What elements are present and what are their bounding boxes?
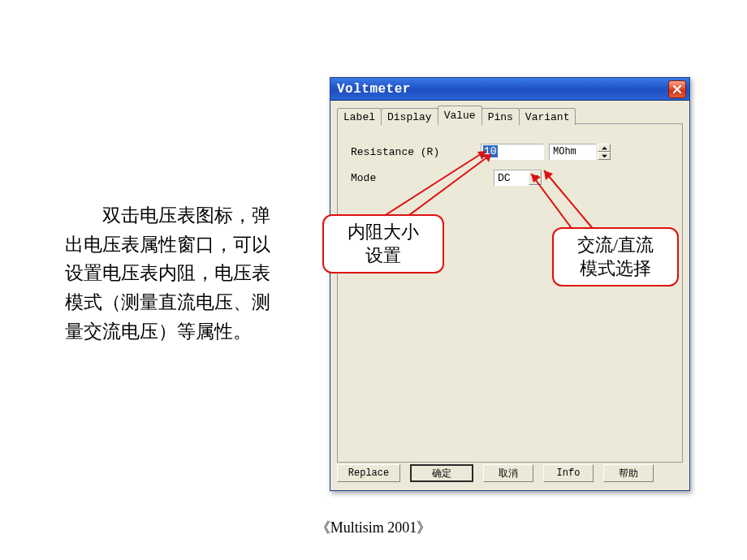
replace-button[interactable]: Replace [337,464,400,482]
mode-label: Mode [351,172,481,184]
tab-strip: Label Display Value Pins Variant [337,106,683,124]
resistance-input[interactable]: 10 [481,144,544,160]
tab-label[interactable]: Label [337,108,382,125]
tab-display[interactable]: Display [381,108,438,125]
dialog-title: Voltmeter [337,82,411,97]
unit-spinner[interactable] [598,144,611,160]
description-paragraph: 双击电压表图标，弹出电压表属性窗口，可以设置电压表内阻，电压表模式（测量直流电压… [65,201,284,346]
help-button[interactable]: 帮助 [603,464,654,482]
ok-button[interactable]: 确定 [410,464,473,482]
description-text: 双击电压表图标，弹出电压表属性窗口，可以设置电压表内阻，电压表模式（测量直流电压… [65,205,270,342]
tab-variant[interactable]: Variant [519,108,576,125]
spin-down[interactable] [598,152,611,160]
info-button[interactable]: Info [543,464,594,482]
tab-pins[interactable]: Pins [481,108,520,125]
callout-mode-line2: 模式选择 [562,257,669,281]
titlebar: Voltmeter [330,78,689,101]
row-mode: Mode DC [351,170,542,186]
spin-up[interactable] [598,144,611,152]
callout-resistance: 内阻大小 设置 [322,214,444,274]
callout-mode-line1: 交流/直流 [562,234,669,257]
resistance-label: Resistance (R) [351,146,481,158]
tab-page-value: Resistance (R) 10 MOhm Mode [337,123,683,463]
chevron-down-icon [602,154,607,158]
tab-value[interactable]: Value [438,106,482,124]
row-resistance: Resistance (R) 10 MOhm [351,144,611,160]
chevron-up-icon [602,146,607,150]
callout-mode: 交流/直流 模式选择 [552,227,679,286]
callout-resistance-line1: 内阻大小 [332,221,434,244]
close-button[interactable] [668,80,686,98]
footer-text: 《Multisim 2001》 [0,518,747,537]
resistance-unit-text: MOhm [553,146,576,157]
dialog-button-row: Replace 确定 取消 Info 帮助 [337,464,683,482]
mode-dropdown-button[interactable] [529,170,542,185]
mode-value: DC [498,172,511,184]
close-icon [672,84,682,94]
resistance-value: 10 [483,145,498,157]
mode-combobox[interactable]: DC [494,170,542,186]
chevron-down-icon [532,175,538,180]
resistance-unit[interactable]: MOhm [549,144,596,160]
callout-resistance-line2: 设置 [332,244,434,268]
cancel-button[interactable]: 取消 [483,464,533,482]
